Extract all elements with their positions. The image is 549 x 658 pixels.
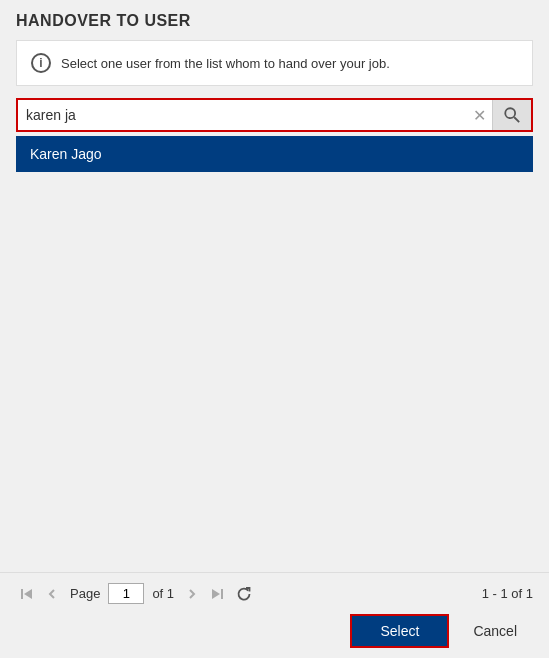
refresh-button[interactable] xyxy=(232,584,256,604)
search-button[interactable] xyxy=(492,100,531,130)
next-page-button[interactable] xyxy=(182,586,202,602)
prev-page-button[interactable] xyxy=(42,586,62,602)
svg-point-0 xyxy=(505,108,515,118)
first-page-button[interactable] xyxy=(16,585,38,603)
svg-marker-5 xyxy=(212,589,220,599)
svg-marker-3 xyxy=(24,589,32,599)
info-box: i Select one user from the list whom to … xyxy=(16,40,533,86)
svg-line-1 xyxy=(514,117,519,122)
info-text: Select one user from the list whom to ha… xyxy=(61,56,390,71)
results-list: Karen Jago xyxy=(16,136,533,172)
search-input[interactable] xyxy=(18,100,467,130)
last-page-button[interactable] xyxy=(206,585,228,603)
dialog-footer: Page of 1 xyxy=(0,572,549,658)
page-number-input[interactable] xyxy=(108,583,144,604)
pagination-row: Page of 1 xyxy=(16,583,533,604)
pagination-range: 1 - 1 of 1 xyxy=(482,586,533,601)
next-page-icon xyxy=(186,588,198,600)
last-page-icon xyxy=(210,587,224,601)
page-label: Page xyxy=(70,586,100,601)
cancel-button[interactable]: Cancel xyxy=(457,614,533,648)
dialog-body: i Select one user from the list whom to … xyxy=(0,40,549,572)
dialog-header: HANDOVER TO USER xyxy=(0,0,549,40)
action-row: Select Cancel xyxy=(16,614,533,648)
handover-dialog: HANDOVER TO USER i Select one user from … xyxy=(0,0,549,658)
info-icon: i xyxy=(31,53,51,73)
search-icon xyxy=(503,106,521,124)
refresh-icon xyxy=(236,586,252,602)
first-page-icon xyxy=(20,587,34,601)
select-button[interactable]: Select xyxy=(350,614,449,648)
dialog-title: HANDOVER TO USER xyxy=(16,12,191,29)
pagination-left: Page of 1 xyxy=(16,583,256,604)
list-item[interactable]: Karen Jago xyxy=(16,136,533,172)
clear-search-button[interactable]: ✕ xyxy=(467,102,492,129)
prev-page-icon xyxy=(46,588,58,600)
page-of-label: of 1 xyxy=(152,586,174,601)
search-container: ✕ xyxy=(16,98,533,132)
